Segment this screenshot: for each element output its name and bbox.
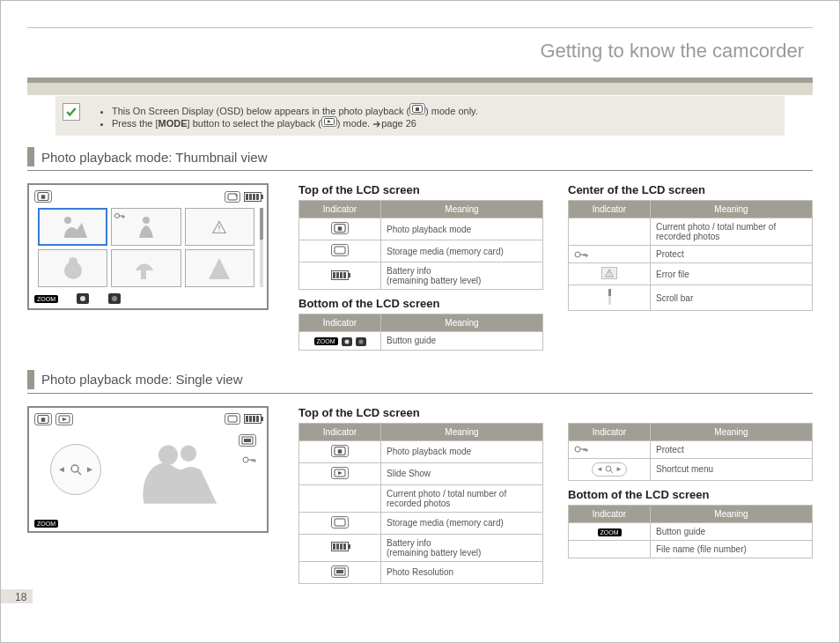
cell-meaning: Error file xyxy=(651,263,813,285)
cell-meaning: Battery info (remaining battery level) xyxy=(381,534,543,561)
svg-line-38 xyxy=(77,471,81,475)
note-line-1: This On Screen Display (OSD) below appea… xyxy=(112,103,772,116)
svg-point-6 xyxy=(64,217,71,224)
note-box: This On Screen Display (OSD) below appea… xyxy=(55,96,785,136)
table-row: Protect xyxy=(569,440,813,458)
svg-point-10 xyxy=(219,230,220,231)
table-row: Error file xyxy=(569,263,813,285)
single-right-col: . IndicatorMeaning Protect ◄►Shortcut me… xyxy=(568,401,813,591)
section-marker-icon xyxy=(27,147,34,166)
table-row: Protect xyxy=(569,246,813,263)
table-row: Current photo / total number of recorded… xyxy=(299,484,543,512)
cell-meaning: Battery info (remaining battery level) xyxy=(381,262,543,290)
slideshow-icon xyxy=(55,413,73,425)
thumb-bottom-title: Bottom of the LCD screen xyxy=(298,297,543,310)
single-screenshot: ◄ ► ZOOM xyxy=(27,406,269,533)
table-row: ZOOMButton guide xyxy=(569,522,813,540)
svg-point-33 xyxy=(181,445,196,461)
cell-meaning: Protect xyxy=(651,246,813,263)
th-meaning: Meaning xyxy=(381,423,543,440)
single-screenshot-col: ◄ ► ZOOM xyxy=(27,401,274,591)
thumb-topbar xyxy=(34,190,262,203)
th-meaning: Meaning xyxy=(651,201,813,218)
table-row: Battery info (remaining battery level) xyxy=(299,262,543,290)
section-2-header: Photo playback mode: Single view xyxy=(27,370,813,389)
section-2-underline xyxy=(27,393,813,394)
single-left-table: IndicatorMeaning Photo playback mode Sli… xyxy=(298,423,543,584)
dpad-icon xyxy=(76,292,90,305)
photo-playback-icon xyxy=(331,222,349,234)
check-icon xyxy=(63,103,80,121)
thumb-center-col: Center of the LCD screen IndicatorMeanin… xyxy=(568,178,813,358)
svg-rect-1 xyxy=(416,107,419,111)
cell-meaning: Slide Show xyxy=(381,462,543,484)
svg-rect-4 xyxy=(41,195,45,198)
arrow-right-icon xyxy=(372,121,381,128)
key-icon xyxy=(574,250,588,259)
section-1-columns: ZOOM Top of the LCD screen IndicatorMean… xyxy=(27,178,813,358)
th-indicator: Indicator xyxy=(299,314,381,332)
svg-point-27 xyxy=(608,275,609,276)
playback-icon xyxy=(321,116,337,127)
table-row: Photo Resolution xyxy=(299,561,543,583)
decor-bar-light xyxy=(27,83,813,95)
table-row: Storage media (memory card) xyxy=(299,512,543,534)
button-icon xyxy=(107,292,122,305)
resolution-icon xyxy=(239,434,256,447)
zoom-icon: ZOOM xyxy=(34,295,58,303)
card-icon xyxy=(225,413,240,425)
cell-meaning: Current photo / total number of recorded… xyxy=(381,484,543,512)
magnifier-icon xyxy=(70,463,82,476)
page-title: Getting to know the camcorder xyxy=(540,40,804,63)
svg-rect-42 xyxy=(335,519,345,526)
thumb-top-right-icons xyxy=(225,191,262,203)
slideshow-icon xyxy=(331,467,349,479)
th-indicator: Indicator xyxy=(299,201,381,218)
note-line-2: Press the [MODE] button to select the pl… xyxy=(112,116,772,129)
section-2-title: Photo playback mode: Single view xyxy=(41,372,242,387)
single-bottom-table: IndicatorMeaning ZOOMButton guide File n… xyxy=(568,505,813,558)
table-row: File name (file number) xyxy=(569,540,813,558)
battery-icon xyxy=(331,270,349,280)
cell-meaning: Button guide xyxy=(651,522,813,540)
single-topbar xyxy=(34,413,262,425)
dpad-icon xyxy=(342,337,352,346)
svg-rect-19 xyxy=(338,226,342,230)
svg-rect-40 xyxy=(338,449,342,453)
thumb-top-bottom-col: Top of the LCD screen IndicatorMeaning P… xyxy=(298,178,543,358)
key-icon xyxy=(574,445,588,454)
single-bottom-title: Bottom of the LCD screen xyxy=(568,488,813,501)
cell-meaning: Current photo / total number of recorded… xyxy=(651,218,813,246)
th-meaning: Meaning xyxy=(651,505,813,522)
photo-playback-icon xyxy=(409,103,425,115)
single-bottombar: ZOOM xyxy=(34,520,262,528)
svg-rect-44 xyxy=(336,570,343,573)
table-row: Scroll bar xyxy=(569,285,813,311)
thumbnail-screenshot-col: ZOOM xyxy=(27,178,274,358)
key-icon xyxy=(242,455,256,464)
table-row: Battery info (remaining battery level) xyxy=(299,534,543,561)
svg-rect-29 xyxy=(41,418,45,421)
thumb-bottom-table: IndicatorMeaning ZOOM Button guide xyxy=(298,314,543,351)
svg-rect-31 xyxy=(228,416,237,422)
th-indicator: Indicator xyxy=(569,201,651,218)
th-indicator: Indicator xyxy=(299,423,381,440)
svg-point-37 xyxy=(71,465,78,472)
thumb-top-table: IndicatorMeaning Photo playback mode Sto… xyxy=(298,200,543,290)
svg-point-8 xyxy=(143,217,150,224)
svg-point-36 xyxy=(243,457,248,462)
shortcut-menu-icon: ◄ ► xyxy=(50,444,101,495)
thumb-center-title: Center of the LCD screen xyxy=(568,183,813,196)
thumb-cell-3 xyxy=(185,208,254,246)
thumb-cell-6 xyxy=(185,249,254,287)
cell-meaning: Photo Resolution xyxy=(381,561,543,583)
table-row: Storage media (memory card) xyxy=(299,240,543,262)
cell-meaning: Shortcut menu xyxy=(651,458,813,480)
photo-playback-icon xyxy=(34,413,52,425)
th-meaning: Meaning xyxy=(651,423,813,440)
th-meaning: Meaning xyxy=(381,201,543,218)
photo-playback-icon xyxy=(34,190,52,203)
card-icon xyxy=(331,244,349,256)
warning-icon xyxy=(211,220,227,234)
top-rule xyxy=(27,27,813,28)
